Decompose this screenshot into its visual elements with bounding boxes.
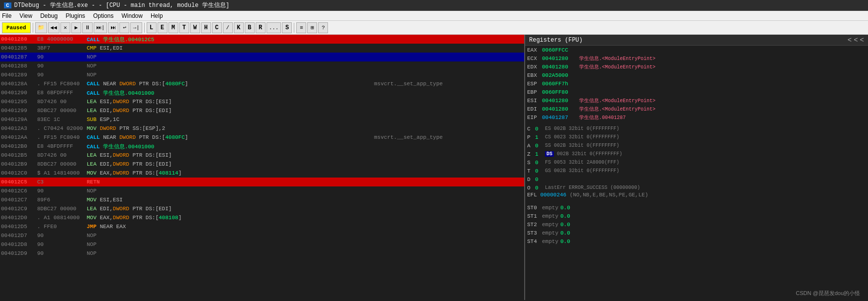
arrow-left-1[interactable]: <	[848, 36, 852, 44]
reg-row: EDX 00401280 学生信息.<ModuleEntryPoint>	[525, 62, 868, 71]
disasm-row[interactable]: 004012D990NOP	[0, 249, 524, 258]
reg-title: Registers (FPU)	[529, 37, 583, 44]
disasm-row[interactable]: 0040128790NOP	[0, 53, 524, 61]
disasm-panel[interactable]: 00401280E8 40000000CALL 学生信息.004012C5004…	[0, 35, 525, 300]
toolbar-pause[interactable]: ⏸	[82, 22, 93, 33]
toolbar-grid[interactable]: ⊞	[307, 22, 317, 33]
menu-options[interactable]: Options	[93, 12, 113, 19]
disasm-bytes: E8 4BFDFFFF	[37, 143, 87, 149]
toolbar-step-over[interactable]: ⏭	[108, 22, 118, 33]
toolbar-C[interactable]: C	[212, 22, 222, 33]
toolbar-slash[interactable]: /	[223, 22, 233, 33]
toolbar-step-out[interactable]: ↩	[119, 22, 129, 33]
disasm-row[interactable]: 004012C5C3RETN	[0, 178, 524, 186]
disasm-row[interactable]: 0040128890NOP	[0, 61, 524, 70]
reg-row: ECX 00401280 学生信息.<ModuleEntryPoint>	[525, 54, 868, 62]
disasm-bytes: C3	[37, 179, 87, 185]
toolbar-list[interactable]: ≡	[296, 22, 306, 33]
disasm-row[interactable]: 00401290E8 6BFDFFFFCALL 学生信息.00401000	[0, 88, 524, 97]
disasm-bytes: . C70424 02000	[37, 125, 87, 131]
menu-plugins[interactable]: Plugins	[66, 12, 85, 19]
disasm-bytes: 90	[37, 241, 87, 247]
disasm-bytes: 8D7426 00	[37, 99, 87, 105]
toolbar-ellipsis[interactable]: ...	[267, 22, 281, 33]
disasm-bytes: . FFE0	[37, 224, 87, 230]
disasm-row[interactable]: 004012D0. A1 08814000MOV EAX,DWORD PTR D…	[0, 213, 524, 222]
toolbar-sep-3	[294, 23, 294, 33]
disasm-scroll[interactable]: 00401280E8 40000000CALL 学生信息.004012C5004…	[0, 35, 524, 300]
disasm-row[interactable]: 004012A3. C70424 02000MOV DWORD PTR SS:[…	[0, 124, 524, 133]
menu-window[interactable]: Window	[121, 12, 143, 19]
toolbar-R[interactable]: R	[256, 22, 266, 33]
toolbar-H[interactable]: H	[201, 22, 211, 33]
toolbar-M[interactable]: M	[168, 22, 178, 33]
toolbar-rewind[interactable]: ◀◀	[48, 22, 59, 33]
reg-extra: 学生信息.<ModuleEntryPoint>	[579, 106, 655, 113]
flag-detail: LastErr ERROR_SUCCESS (00000000)	[545, 185, 640, 190]
disasm-row[interactable]: 004012C789F6MOV ESI,ESI	[0, 195, 524, 204]
toolbar-open[interactable]: 📁	[35, 22, 47, 33]
disasm-row[interactable]: 0040129A83EC 1CSUB ESP,1C	[0, 115, 524, 124]
disasm-addr: 004012B9	[0, 161, 37, 167]
flag-detail: SS 002B 32bit 0(FFFFFFFF)	[545, 143, 619, 148]
disasm-bytes: 90	[37, 72, 87, 78]
disasm-comment: msvcrt.__set_app_type	[374, 134, 443, 140]
flag-val: 0	[535, 168, 543, 174]
menu-file[interactable]: File	[2, 12, 11, 19]
toolbar-T[interactable]: T	[179, 22, 189, 33]
reg-flag-row: T 0 GS 002B 32bit 0(FFFFFFFF)	[525, 167, 868, 175]
disasm-addr: 004012A3	[0, 125, 37, 131]
flag-name: S	[527, 160, 535, 166]
disasm-row[interactable]: 004012C98DBC27 00000LEA EDI,DWORD PTR DS…	[0, 204, 524, 213]
menu-bar[interactable]: File View Debug Plugins Options Window H…	[0, 11, 868, 21]
disasm-instr: CALL NEAR DWORD PTR DS:[4080FC]	[87, 134, 374, 140]
arrow-left-3[interactable]: <	[860, 36, 864, 44]
disasm-row[interactable]: 004012C690NOP	[0, 186, 524, 195]
toolbar-B[interactable]: B	[245, 22, 255, 33]
reg-row: EAX 0060FFCC	[525, 46, 868, 54]
menu-help[interactable]: Help	[151, 12, 163, 19]
reg-name: EBX	[527, 72, 542, 78]
disasm-bytes: 90	[37, 188, 87, 194]
disasm-row[interactable]: 004012C0$ A1 14814000MOV EAX,DWORD PTR D…	[0, 169, 524, 178]
disasm-row[interactable]: 004012D890NOP	[0, 240, 524, 249]
reg-flag-row: D 0	[525, 175, 868, 183]
toolbar-S[interactable]: S	[282, 22, 292, 33]
disasm-row[interactable]: 0040128990NOP	[0, 70, 524, 79]
toolbar-E[interactable]: E	[158, 22, 167, 33]
disasm-row[interactable]: 004012998DBC27 00000LEA EDI,DWORD PTR DS…	[0, 106, 524, 115]
flag-val: 0	[535, 143, 543, 149]
disasm-instr: CALL NEAR DWORD PTR DS:[4080FC]	[87, 81, 374, 87]
reg-content: EAX 0060FFCC ECX 00401280 学生信息.<ModuleEn…	[525, 46, 868, 245]
disasm-row[interactable]: 00401280E8 40000000CALL 学生信息.004012C5	[0, 35, 524, 44]
reg-flag-row: O 0 LastErr ERROR_SUCCESS (00000000)	[525, 183, 868, 192]
disasm-row[interactable]: 004012958D7426 00LEA ESI,DWORD PTR DS:[E…	[0, 97, 524, 106]
disasm-row[interactable]: 0040128A. FF15 FC8040CALL NEAR DWORD PTR…	[0, 79, 524, 88]
st-row: ST0empty 0.0	[525, 203, 868, 212]
toolbar-step-into[interactable]: ⏭|	[94, 22, 108, 33]
disasm-instr: LEA EDI,DWORD PTR DS:[EDI]	[87, 206, 374, 212]
toolbar-help[interactable]: ?	[318, 22, 328, 33]
disasm-row[interactable]: 004012AA. FF15 FC8040CALL NEAR DWORD PTR…	[0, 133, 524, 142]
disasm-row[interactable]: 004012B0E8 4BFDFFFFCALL 学生信息.00401000	[0, 142, 524, 151]
menu-debug[interactable]: Debug	[40, 12, 57, 19]
toolbar-L[interactable]: L	[147, 22, 157, 33]
toolbar-stop[interactable]: ✕	[60, 22, 70, 33]
disasm-row[interactable]: 004012B58D7426 00LEA ESI,DWORD PTR DS:[E…	[0, 151, 524, 160]
disasm-addr: 00401299	[0, 108, 37, 114]
disasm-row[interactable]: 004012D5. FFE0JMP NEAR EAX	[0, 222, 524, 231]
disasm-row[interactable]: 004012853BF7CMP ESI,EDI	[0, 44, 524, 53]
disasm-bytes: 8DBC27 00000	[37, 206, 87, 212]
disasm-row[interactable]: 004012B98DBC27 00000LEA EDI,DWORD PTR DS…	[0, 160, 524, 169]
toolbar-K[interactable]: K	[234, 22, 244, 33]
reg-panel: Registers (FPU) < < < EAX 0060FFCC ECX 0…	[525, 35, 868, 300]
disasm-row[interactable]: 004012D790NOP	[0, 231, 524, 240]
toolbar-W[interactable]: W	[190, 22, 200, 33]
arrow-left-2[interactable]: <	[854, 36, 858, 44]
reg-flag-row: A 0 SS 002B 32bit 0(FFFFFFFF)	[525, 141, 868, 150]
flag-detail: ES 002B 32bit 0(FFFFFFFF)	[545, 126, 619, 131]
toolbar-run[interactable]: ▶	[71, 22, 81, 33]
reg-flag-row: Z 1 DS 002B 32bit 0(FFFFFFFF)	[525, 150, 868, 158]
menu-view[interactable]: View	[19, 12, 32, 19]
toolbar-goto[interactable]: →|	[130, 22, 142, 33]
